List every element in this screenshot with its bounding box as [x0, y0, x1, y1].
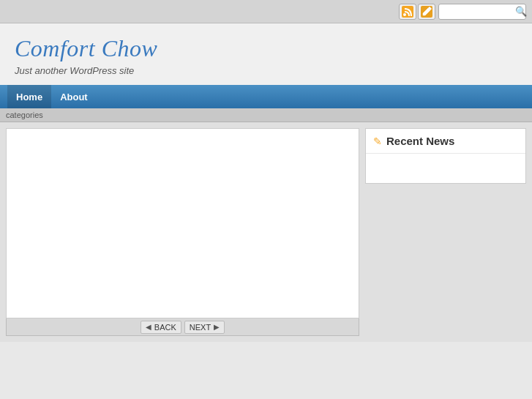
svg-point-1 — [403, 13, 406, 16]
sidebar: ✎ Recent News — [365, 128, 526, 336]
next-button[interactable]: NEXT ▶ — [184, 321, 225, 334]
main-content: ◀ BACK NEXT ▶ ✎ Recent News — [0, 122, 532, 342]
rss-button[interactable] — [399, 4, 416, 20]
search-box: 🔍 — [438, 4, 526, 20]
categories-label: categories — [6, 111, 43, 119]
back-button[interactable]: ◀ BACK — [141, 321, 181, 334]
nav-bar: Home About — [0, 85, 532, 108]
recent-news-widget: ✎ Recent News — [365, 128, 526, 184]
pagination-bar: ◀ BACK NEXT ▶ — [6, 318, 359, 336]
site-header: Comfort Chow Just another WordPress site — [0, 23, 532, 85]
next-label: NEXT — [190, 323, 211, 332]
edit-icon — [421, 6, 432, 18]
widget-title: ✎ Recent News — [366, 129, 525, 154]
toolbar-icons — [399, 4, 435, 20]
back-label: BACK — [154, 323, 176, 332]
top-toolbar: 🔍 — [0, 0, 532, 23]
nav-item-home[interactable]: Home — [7, 85, 51, 108]
content-area: ◀ BACK NEXT ▶ — [6, 128, 359, 336]
search-button[interactable]: 🔍 — [515, 6, 527, 17]
nav-item-about[interactable]: About — [51, 85, 97, 108]
content-box — [6, 128, 359, 318]
site-tagline: Just another WordPress site — [15, 65, 517, 76]
recent-news-title: Recent News — [386, 135, 454, 147]
edit-button[interactable] — [418, 4, 435, 20]
back-arrow-icon: ◀ — [146, 323, 151, 331]
site-title: Comfort Chow — [15, 35, 517, 62]
recent-news-icon: ✎ — [373, 135, 382, 147]
search-input[interactable] — [442, 7, 515, 17]
recent-news-content — [366, 154, 525, 183]
next-arrow-icon: ▶ — [214, 323, 220, 331]
rss-icon — [402, 6, 413, 18]
categories-bar: categories — [0, 108, 532, 122]
